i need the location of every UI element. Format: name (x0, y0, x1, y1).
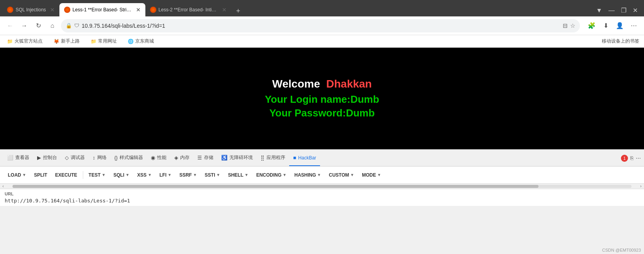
bookmark-icon[interactable]: ☆ (570, 22, 575, 29)
devtools-right-controls: 1 ⎘ ⋯ (621, 155, 641, 162)
hackbar-toolbar: LOAD ▼ SPLIT EXECUTE TEST ▼ SQLI ▼ (0, 166, 644, 184)
hackbar-test-button[interactable]: TEST ▼ (86, 171, 109, 179)
divider-1 (83, 171, 83, 179)
mode-dropdown-arrow: ▼ (377, 173, 381, 177)
devtools-tab-inspector[interactable]: ⬜ 查看器 (3, 150, 33, 166)
scrollbar-right-arrow[interactable]: › (638, 184, 644, 189)
home-button[interactable]: ⌂ (47, 20, 58, 31)
bookmark-firefox-official[interactable]: 📁 火狐官方站点 (5, 37, 45, 45)
devtools-panel: ⬜ 查看器 ▶ 控制台 ◇ 调试器 ↕ 网络 {} 样式编辑器 (0, 149, 644, 206)
devtools-tab-hackbar[interactable]: ■ HackBar (289, 150, 320, 166)
bookmark-common-sites[interactable]: 📁 常用网址 (88, 37, 119, 45)
hackbar-label: HackBar (298, 155, 316, 161)
mode-label: MODE (362, 172, 376, 178)
hackbar-ssti-button[interactable]: SSTI ▼ (202, 171, 224, 179)
reload-button[interactable]: ↻ (33, 20, 44, 31)
bookmark-icon-1: 📁 (7, 39, 13, 44)
new-tab-button[interactable]: + (233, 5, 244, 16)
reader-icon[interactable]: ⊟ (563, 22, 568, 29)
devtools-tab-network[interactable]: ↕ 网络 (89, 150, 111, 166)
devtools-tab-debugger[interactable]: ◇ 调试器 (61, 150, 89, 166)
maximize-button[interactable]: ❐ (619, 6, 628, 15)
custom-dropdown-arrow: ▼ (350, 173, 354, 177)
hackbar-url-section: URL http://10.9.75.164/sqli-labs/Less-1/… (0, 189, 644, 206)
shell-label: SHELL (228, 172, 243, 178)
devtools-tab-style[interactable]: {} 样式编辑器 (111, 150, 147, 166)
custom-label: CUSTOM (329, 172, 349, 178)
more-options-button[interactable]: ⋯ (628, 20, 639, 31)
devtools-tab-memory[interactable]: ◈ 内存 (170, 150, 193, 166)
profile-button[interactable]: 👤 (614, 20, 625, 31)
close-button[interactable]: ✕ (631, 6, 639, 15)
bookmarks-bar: 📁 火狐官方站点 🦊 新手上路 📁 常用网址 🌐 京东商城 移动设备上的书签 (0, 35, 644, 48)
ssrf-dropdown-arrow: ▼ (193, 173, 197, 177)
copy-button[interactable]: ⎘ (630, 155, 633, 161)
bookmark-icon-2: 🦊 (54, 39, 59, 44)
devtools-tab-performance[interactable]: ◉ 性能 (147, 150, 170, 166)
style-icon: {} (114, 155, 118, 161)
tab-close-3[interactable]: ✕ (222, 7, 227, 13)
welcome-line: Welcome Dhakkan (272, 78, 372, 90)
back-button[interactable]: ← (5, 20, 16, 31)
tab-less2[interactable]: Less-2 **Error Based- Intiger** ✕ (145, 3, 231, 16)
devtools-tab-accessibility[interactable]: ♿ 无障碍环境 (217, 150, 257, 166)
password-info: Your Password:Dumb (269, 107, 375, 119)
performance-label: 性能 (157, 154, 166, 161)
accessibility-icon: ♿ (221, 155, 227, 161)
inspector-icon: ⬜ (7, 155, 13, 161)
page-content: Welcome Dhakkan Your Login name:Dumb You… (0, 48, 644, 149)
hackbar-icon: ■ (293, 155, 296, 161)
hackbar-xss-button[interactable]: XSS ▼ (134, 171, 155, 179)
tab-title-2: Less-1 **Error Based- String** (73, 7, 132, 13)
network-icon: ↕ (93, 155, 95, 161)
bookmark-new-user[interactable]: 🦊 新手上路 (51, 37, 82, 45)
welcome-label: Welcome (272, 78, 320, 90)
address-right-icons: ⊟ ☆ (563, 22, 575, 29)
hackbar-mode-button[interactable]: MODE ▼ (359, 171, 384, 179)
devtools-tab-storage[interactable]: ☰ 存储 (193, 150, 217, 166)
bookmark-label-3: 常用网址 (98, 38, 117, 45)
minimize-button[interactable]: — (607, 6, 616, 15)
hackbar-split-button[interactable]: SPLIT (31, 171, 50, 179)
hackbar-custom-button[interactable]: CUSTOM ▼ (326, 171, 358, 179)
extension-button[interactable]: 🧩 (586, 20, 597, 31)
collapse-tabs-button[interactable]: ▼ (594, 6, 604, 15)
forward-button[interactable]: → (19, 20, 30, 31)
devtools-tab-bar: ⬜ 查看器 ▶ 控制台 ◇ 调试器 ↕ 网络 {} 样式编辑器 (0, 150, 644, 166)
bookmark-jd[interactable]: 🌐 京东商城 (125, 37, 156, 45)
url-value[interactable]: http://10.9.75.164/sqli-labs/Less-1/?id=… (5, 198, 639, 204)
hackbar-hashing-button[interactable]: HASHING ▼ (291, 171, 324, 179)
tab-close-2[interactable]: ✕ (136, 7, 141, 13)
test-dropdown-arrow: ▼ (102, 173, 106, 177)
hackbar-ssrf-button[interactable]: SSRF ▼ (176, 171, 200, 179)
application-icon: ⣿ (261, 155, 265, 161)
hackbar-load-button[interactable]: LOAD ▼ (5, 171, 29, 179)
downloads-button[interactable]: ⬇ (600, 20, 611, 31)
encoding-dropdown-arrow: ▼ (283, 173, 286, 177)
tab-close-1[interactable]: ✕ (50, 7, 55, 13)
window-controls: ▼ — ❐ ✕ (594, 6, 644, 16)
hashing-dropdown-arrow: ▼ (317, 173, 321, 177)
debugger-icon: ◇ (65, 155, 69, 161)
inspector-label: 查看器 (15, 154, 29, 161)
mobile-bookmarks-label: 移动设备上的书签 (602, 38, 639, 44)
devtools-tab-console[interactable]: ▶ 控制台 (33, 150, 61, 166)
devtools-tab-application[interactable]: ⣿ 应用程序 (257, 150, 289, 166)
devtools-more-button[interactable]: ⋯ (636, 155, 641, 161)
tab-less1[interactable]: Less-1 **Error Based- String** ✕ (59, 3, 145, 16)
hackbar-scrollbar[interactable]: ‹ › (0, 184, 644, 189)
address-input-wrap[interactable]: 🔒 🛡 10.9.75.164/sqli-labs/Less-1/?id=1 ⊟… (61, 19, 580, 32)
hackbar-encoding-button[interactable]: ENCODING ▼ (253, 171, 290, 179)
hackbar-shell-button[interactable]: SHELL ▼ (225, 171, 251, 179)
scrollbar-left-arrow[interactable]: ‹ (0, 184, 6, 189)
hackbar-lfi-button[interactable]: LFI ▼ (156, 171, 175, 179)
tab-favicon-1 (7, 7, 13, 13)
memory-icon: ◈ (174, 155, 178, 161)
address-text[interactable]: 10.9.75.164/sqli-labs/Less-1/?id=1 (82, 23, 560, 29)
hackbar-execute-button[interactable]: EXECUTE (52, 171, 80, 179)
security-icon: 🔒 (66, 23, 72, 29)
tab-sql-injections[interactable]: SQL Injections ✕ (2, 3, 59, 16)
tracking-icon: 🛡 (74, 23, 79, 29)
hackbar-sqli-button[interactable]: SQLI ▼ (110, 171, 132, 179)
tab-title-3: Less-2 **Error Based- Intiger** (159, 7, 218, 13)
